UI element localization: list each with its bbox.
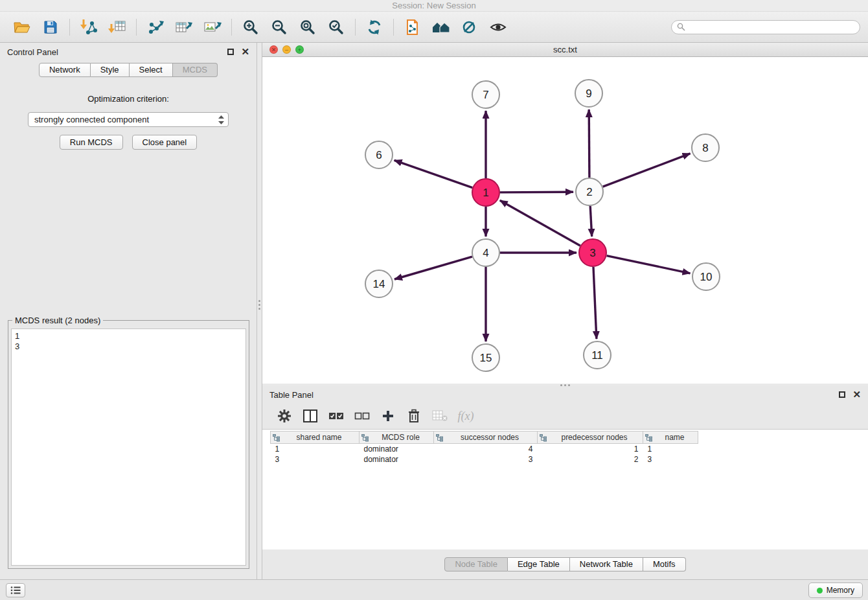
save-floppy-icon [43, 19, 58, 35]
table-header-row: shared nameMCDS rolesuccessor nodesprede… [271, 432, 698, 444]
function-builder-button[interactable]: f(x) [454, 406, 477, 426]
tree-sort-icon [540, 434, 547, 444]
column-header-successor-nodes[interactable]: successor nodes [434, 432, 538, 444]
column-header-shared-name[interactable]: shared name [271, 432, 360, 444]
column-header-label: name [665, 433, 684, 442]
table-cell-mcds-role[interactable]: dominator [360, 454, 434, 465]
node-label-10: 10 [700, 271, 713, 283]
home-layout-button[interactable] [427, 14, 455, 40]
minimize-window-button[interactable]: – [282, 45, 291, 54]
table-row[interactable]: 1dominator411 [271, 444, 698, 454]
table-cell-predecessor-nodes[interactable]: 1 [538, 444, 643, 454]
table-cell-name[interactable]: 1 [643, 444, 698, 454]
show-columns-button[interactable] [299, 406, 322, 426]
refresh-view-button[interactable] [360, 14, 389, 40]
mcds-result-list[interactable]: 13 [11, 329, 246, 566]
toolbar-separator [231, 19, 232, 36]
node-label-8: 8 [702, 142, 708, 154]
refresh-icon [366, 19, 383, 36]
select-all-button[interactable] [325, 406, 348, 426]
table-cell-shared-name[interactable]: 3 [271, 454, 360, 465]
eye-icon [490, 19, 507, 36]
task-history-button[interactable] [6, 583, 25, 597]
import-network-icon [80, 19, 98, 36]
edge-3-10[interactable] [607, 256, 691, 273]
network-window-title: scc.txt [553, 45, 577, 54]
edge-3-1[interactable] [500, 200, 580, 246]
table-cell-successor-nodes[interactable]: 3 [434, 454, 538, 465]
table-cell-name[interactable]: 3 [643, 454, 698, 465]
edge-2-9[interactable] [589, 110, 589, 178]
tab-mcds[interactable]: MCDS [173, 63, 218, 77]
delete-column-button[interactable] [402, 406, 426, 426]
select-all-icon [328, 411, 344, 421]
close-table-panel-button[interactable]: ✕ [852, 391, 861, 398]
memory-button-label: Memory [827, 586, 854, 595]
zoom-selected-button[interactable] [322, 14, 350, 40]
edge-3-11[interactable] [593, 267, 597, 339]
tab-edge-table[interactable]: Edge Table [508, 557, 570, 571]
run-mcds-button[interactable]: Run MCDS [60, 135, 123, 150]
destroy-table-button[interactable] [428, 406, 451, 426]
zoom-out-button[interactable] [265, 14, 293, 40]
column-header-name[interactable]: name [643, 432, 698, 444]
tab-network[interactable]: Network [39, 63, 91, 77]
tab-network-table[interactable]: Network Table [570, 557, 643, 571]
column-header-predecessor-nodes[interactable]: predecessor nodes [538, 432, 643, 444]
style-bypass-button[interactable] [455, 14, 484, 40]
table-panel-title: Table Panel [269, 390, 314, 400]
vertical-panel-splitter[interactable] [257, 43, 262, 579]
zoom-fit-button[interactable] [293, 14, 322, 40]
node-label-14: 14 [373, 278, 385, 290]
import-table-button[interactable] [103, 14, 131, 40]
control-panel-header: Control Panel ✕ [0, 43, 257, 61]
memory-button[interactable]: Memory [808, 583, 863, 598]
search-input[interactable] [689, 23, 854, 32]
search-box[interactable] [671, 20, 860, 34]
maximize-window-button[interactable]: + [295, 45, 304, 54]
save-session-button[interactable] [36, 14, 65, 40]
gear-icon [277, 409, 291, 423]
node-label-7: 7 [483, 89, 488, 101]
add-column-button[interactable] [376, 406, 400, 426]
table-row[interactable]: 3dominator323 [271, 454, 698, 465]
edge-1-6[interactable] [394, 160, 473, 187]
edge-2-8[interactable] [603, 154, 691, 187]
zoom-in-button[interactable] [236, 14, 265, 40]
export-network-button[interactable] [141, 14, 170, 40]
table-tabstrip: Node TableEdge TableNetwork TableMotifs [262, 549, 868, 579]
result-line: 3 [15, 341, 242, 352]
deselect-all-button[interactable] [350, 406, 374, 426]
tab-motifs[interactable]: Motifs [643, 557, 686, 571]
float-table-panel-button[interactable] [839, 391, 845, 398]
export-image-button[interactable] [198, 14, 227, 40]
close-panel-action-button[interactable]: Close panel [132, 135, 198, 150]
export-table-button[interactable] [170, 14, 198, 40]
control-panel-tabs: NetworkStyleSelectMCDS [0, 63, 257, 77]
node-label-4: 4 [483, 247, 488, 259]
toolbar-separator [136, 19, 137, 36]
tab-style[interactable]: Style [91, 63, 130, 77]
tab-select[interactable]: Select [130, 63, 173, 77]
table-cell-shared-name[interactable]: 1 [271, 444, 360, 454]
close-window-button[interactable]: ✕ [269, 45, 278, 54]
network-canvas[interactable]: 7968124314101511 [262, 57, 868, 384]
open-session-button[interactable] [8, 14, 36, 40]
edge-2-3[interactable] [590, 206, 592, 237]
criterion-dropdown[interactable]: strongly connected component [28, 112, 229, 127]
edge-1-2[interactable] [500, 192, 573, 192]
tab-node-table[interactable]: Node Table [444, 557, 508, 571]
column-header-mcds-role[interactable]: MCDS role [360, 432, 434, 444]
network-window-titlebar: ✕ – + scc.txt [262, 43, 868, 57]
import-network-button[interactable] [74, 14, 103, 40]
show-hide-button[interactable] [484, 14, 512, 40]
optimization-criterion-label: Optimization criterion: [0, 94, 257, 104]
table-cell-predecessor-nodes[interactable]: 2 [538, 454, 643, 465]
table-cell-mcds-role[interactable]: dominator [360, 444, 434, 454]
table-settings-button[interactable] [273, 406, 296, 426]
float-panel-button[interactable] [227, 49, 234, 55]
table-cell-successor-nodes[interactable]: 4 [434, 444, 538, 454]
close-panel-button[interactable]: ✕ [241, 48, 249, 56]
clone-network-button[interactable] [398, 14, 427, 40]
edge-4-14[interactable] [394, 257, 472, 279]
